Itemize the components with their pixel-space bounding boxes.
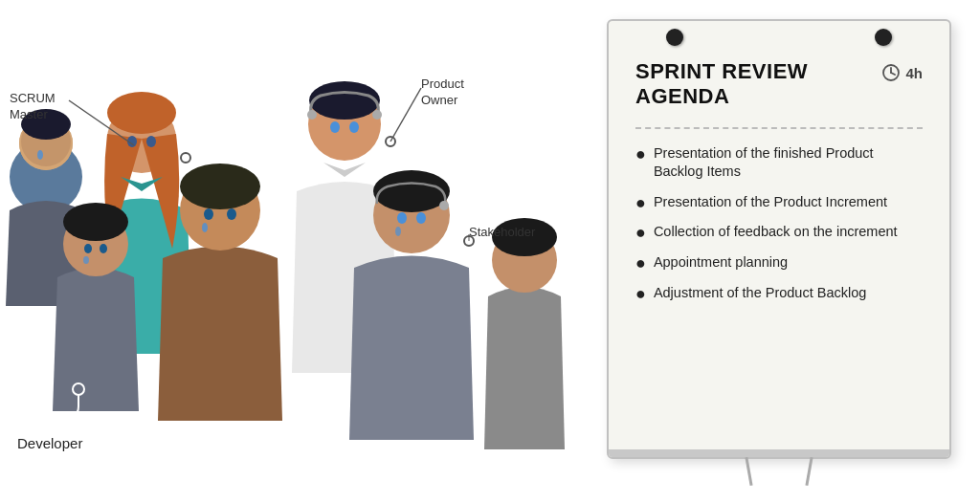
svg-point-20	[204, 208, 213, 220]
svg-point-9	[146, 136, 156, 147]
svg-point-26	[416, 212, 426, 224]
agenda-text-5: Adjustment of the Product Backlog	[654, 284, 866, 303]
label-stakeholder: Stakeholder	[469, 225, 535, 241]
label-product-owner: Product Owner	[421, 76, 464, 109]
svg-point-16	[307, 110, 317, 120]
pin-left	[666, 29, 683, 46]
agenda-item-3: ● Collection of feedback on the incremen…	[635, 223, 923, 242]
svg-point-33	[63, 203, 128, 241]
agenda-text-4: Appointment planning	[654, 253, 788, 273]
whiteboard: SPRINT REVIEW AGENDA 4h ● Presentation o	[607, 19, 951, 459]
agenda-item-5: ● Adjustment of the Product Backlog	[635, 284, 923, 303]
bullet-5: ●	[635, 285, 646, 302]
svg-point-22	[202, 223, 208, 232]
svg-point-19	[180, 164, 260, 209]
duration-text: 4h	[905, 65, 923, 81]
svg-point-35	[100, 244, 107, 253]
label-developer: Developer	[17, 435, 82, 451]
agenda-item-1: ● Presentation of the finished Product B…	[635, 144, 923, 182]
whiteboard-title: SPRINT REVIEW AGENDA	[635, 59, 808, 110]
illustration: SCRUM Master Product Owner Stakeholder D…	[0, 0, 593, 502]
svg-point-27	[439, 201, 449, 210]
bullet-3: ●	[635, 224, 646, 241]
label-scrum-master: SCRUM Master	[10, 91, 56, 123]
svg-line-38	[390, 88, 421, 142]
svg-point-42	[54, 420, 65, 431]
bullet-4: ●	[635, 254, 646, 272]
developer-icon	[21, 378, 98, 439]
svg-point-40	[34, 383, 46, 395]
agenda-item-4: ● Appointment planning	[635, 253, 923, 273]
svg-point-12	[309, 81, 380, 120]
agenda-text-3: Collection of feedback on the increment	[654, 223, 898, 242]
svg-point-25	[397, 212, 407, 224]
svg-point-5	[37, 150, 43, 160]
svg-point-34	[84, 244, 92, 253]
title-line1: SPRINT REVIEW	[635, 59, 808, 84]
svg-point-36	[83, 256, 89, 264]
agenda-list: ● Presentation of the finished Product B…	[635, 144, 923, 302]
scene: SCRUM Master Product Owner Stakeholder D…	[0, 0, 980, 502]
whiteboard-pins	[609, 29, 949, 46]
svg-point-14	[349, 121, 359, 133]
svg-point-10	[181, 153, 190, 163]
svg-point-41	[73, 383, 84, 395]
svg-line-47	[891, 73, 895, 75]
whiteboard-header: SPRINT REVIEW AGENDA 4h	[635, 59, 923, 110]
bullet-2: ●	[635, 194, 646, 211]
svg-point-24	[373, 170, 450, 212]
clock-icon	[881, 63, 901, 82]
divider	[635, 127, 923, 129]
agenda-text-2: Presentation of the Product Increment	[654, 193, 887, 212]
svg-point-7	[107, 92, 176, 134]
svg-point-13	[330, 121, 340, 133]
svg-point-21	[227, 208, 236, 220]
svg-point-15	[372, 110, 382, 120]
whiteboard-content: SPRINT REVIEW AGENDA 4h ● Presentation o	[609, 21, 949, 321]
title-line2: AGENDA	[635, 84, 808, 109]
svg-point-28	[395, 227, 401, 236]
pin-right	[875, 29, 892, 46]
agenda-text-1: Presentation of the finished Product Bac…	[654, 144, 923, 182]
person-far-right	[484, 218, 565, 449]
bullet-1: ●	[635, 145, 646, 163]
duration-badge: 4h	[881, 63, 923, 82]
agenda-item-2: ● Presentation of the Product Increment	[635, 193, 923, 212]
